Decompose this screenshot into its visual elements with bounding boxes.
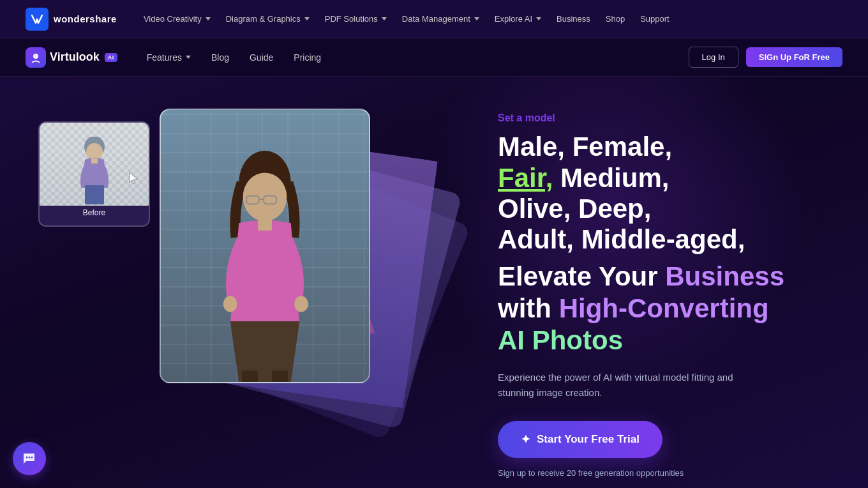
top-nav-item-shop[interactable]: Shop	[599, 10, 631, 27]
model-options-medium: Medium,	[560, 163, 669, 193]
top-navigation: wondershare Video Creativity Diagram & G…	[0, 0, 868, 38]
wondershare-logo-text: wondershare	[54, 13, 117, 24]
headline-business: Business	[665, 261, 784, 291]
free-generation-text: Sign up to receive 20 free generation op…	[498, 468, 830, 478]
svg-point-20	[31, 457, 33, 459]
chevron-down-icon	[304, 17, 310, 20]
chat-icon	[22, 451, 37, 466]
headline-elevate: Elevate	[498, 261, 599, 291]
chevron-down-icon	[382, 17, 387, 20]
nav-item-features[interactable]: Features	[138, 47, 200, 68]
virtulook-nav-items: Features Blog Guide Pricing	[138, 47, 330, 68]
model-cards-area: Before	[38, 109, 485, 488]
after-model-card	[160, 109, 370, 383]
hero-section: Before Set a model Male, Female, Fair, M…	[0, 77, 868, 488]
wondershare-logo[interactable]: wondershare	[26, 8, 117, 31]
virtulook-nav-right: Log In SIGn Up FoR Free	[689, 47, 842, 68]
svg-rect-17	[85, 185, 104, 204]
before-label: Before	[40, 206, 149, 220]
svg-rect-13	[272, 370, 288, 382]
headline-your: Your	[599, 261, 665, 291]
top-nav-item-pdf-solutions[interactable]: PDF Solutions	[318, 10, 393, 27]
top-nav-item-video-creativity[interactable]: Video Creativity	[137, 10, 217, 27]
trial-button-label: Start Your Free Trial	[537, 433, 640, 446]
svg-rect-16	[91, 158, 98, 164]
headline-high-converting: High-Converting	[559, 293, 769, 323]
nav-item-blog[interactable]: Blog	[202, 47, 238, 68]
top-nav-item-business[interactable]: Business	[550, 10, 597, 27]
ai-badge: AI	[105, 53, 117, 62]
chevron-down-icon	[206, 17, 211, 20]
headline-ai-photos: AI Photos	[498, 325, 623, 355]
nav-item-pricing[interactable]: Pricing	[285, 47, 330, 68]
model-options-line4: Adult, Middle-aged,	[498, 224, 745, 254]
chevron-down-icon	[474, 17, 479, 20]
headline-with: with	[498, 293, 559, 323]
signup-button[interactable]: SIGn Up FoR Free	[746, 47, 842, 67]
svg-rect-12	[242, 370, 258, 382]
login-button[interactable]: Log In	[689, 47, 738, 68]
svg-point-18	[26, 457, 28, 459]
chevron-down-icon	[536, 17, 541, 20]
hero-left-visual: Before	[0, 77, 485, 488]
top-nav-item-support[interactable]: Support	[634, 10, 676, 27]
model-options-fair: Fair,	[498, 163, 553, 193]
model-options-line3: Olive, Deep,	[498, 194, 651, 224]
top-nav-item-data-management[interactable]: Data Management	[396, 10, 486, 27]
svg-point-11	[294, 296, 308, 312]
top-nav-items: Video Creativity Diagram & Graphics PDF …	[137, 10, 842, 27]
chevron-down-icon	[186, 56, 191, 59]
svg-point-10	[223, 296, 237, 312]
hero-headline: Elevate Your Business with High-Converti…	[498, 261, 830, 357]
svg-rect-9	[258, 219, 272, 231]
star-icon: ✦	[521, 432, 530, 446]
top-nav-item-diagram-graphics[interactable]: Diagram & Graphics	[220, 10, 316, 27]
virtulook-navigation: Virtulook AI Features Blog Guide Pricing…	[0, 38, 868, 77]
virtulook-logo[interactable]: Virtulook AI	[26, 47, 117, 68]
svg-point-19	[29, 457, 31, 459]
before-card-image	[40, 123, 149, 206]
model-options-text: Male, Female, Fair, Medium, Olive, Deep,…	[498, 132, 830, 255]
nav-item-guide[interactable]: Guide	[241, 47, 282, 68]
set-model-label: Set a model	[498, 112, 830, 124]
virtulook-logo-icon	[26, 47, 46, 68]
chat-support-button[interactable]	[13, 442, 46, 475]
start-trial-button[interactable]: ✦ Start Your Free Trial	[498, 421, 662, 458]
hero-right-content: Set a model Male, Female, Fair, Medium, …	[485, 77, 868, 488]
virtulook-logo-text: Virtulook	[50, 50, 100, 64]
svg-point-1	[33, 54, 38, 59]
model-options-line1: Male, Female,	[498, 132, 672, 162]
hero-subtitle: Experience the power of AI with virtual …	[498, 370, 766, 400]
before-model-card: Before	[38, 121, 150, 227]
top-nav-item-explore-ai[interactable]: Explore AI	[488, 10, 548, 27]
